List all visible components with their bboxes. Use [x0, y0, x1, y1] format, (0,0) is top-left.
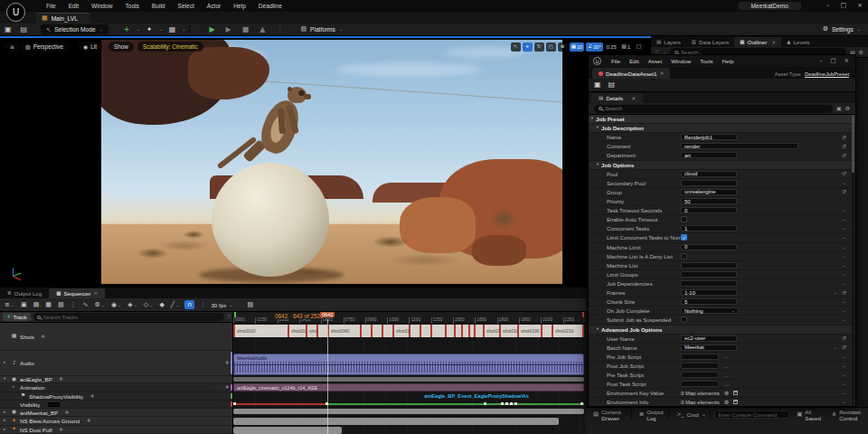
- add-section-icon[interactable]: +: [225, 360, 230, 366]
- delete-all-icon[interactable]: [733, 400, 738, 404]
- keyframe-dot[interactable]: [233, 402, 236, 405]
- chevron-down-icon[interactable]: ⌄: [843, 317, 846, 322]
- animation-clip[interactable]: aniEagle_cinematic_v124b_r14_ASE: [233, 383, 584, 392]
- show-dropdown[interactable]: Show: [108, 42, 134, 52]
- audio-clip[interactable]: MeerkatAudio: [233, 354, 584, 375]
- reset-to-default-icon[interactable]: ↺: [842, 171, 846, 176]
- details-settings-icon[interactable]: ⚙: [845, 106, 850, 111]
- view-options[interactable]: ◉⌄: [111, 302, 121, 308]
- scrollbar-thumb[interactable]: [852, 115, 854, 173]
- chevron-down-icon[interactable]: ⌄: [843, 391, 846, 395]
- console-command-input[interactable]: [714, 410, 789, 419]
- play-icon[interactable]: ▶: [204, 26, 219, 33]
- menu-actor[interactable]: Actor: [201, 3, 227, 9]
- menu-edit[interactable]: Edit: [625, 58, 644, 64]
- property-value-input[interactable]: [681, 381, 719, 387]
- reset-to-default-icon[interactable]: ↺: [842, 144, 846, 149]
- browse-asset-icon[interactable]: ▤: [609, 81, 616, 89]
- output-log-button[interactable]: ≣ Output Log: [636, 410, 669, 420]
- add-track-button[interactable]: + Track: [3, 313, 31, 321]
- binding-range-bar[interactable]: [233, 377, 584, 382]
- chevron-down-icon[interactable]: ⌄: [843, 208, 846, 212]
- camera-cut-lock-icon[interactable]: ▧: [247, 302, 253, 308]
- visibility-off-segment[interactable]: [233, 403, 327, 405]
- chevron-down-icon[interactable]: ⌄: [843, 263, 846, 268]
- menu-edit[interactable]: Edit: [62, 3, 85, 9]
- eject-icon[interactable]: ▲: [255, 26, 269, 33]
- menu-tools[interactable]: Tools: [695, 58, 717, 64]
- tab-levels[interactable]: ▲Levels: [781, 37, 815, 47]
- section-advanced-job-options[interactable]: ▾Advanced Job Options: [589, 326, 855, 335]
- more-icon[interactable]: ⋯: [219, 402, 223, 407]
- keyframe-dot[interactable]: [501, 402, 504, 405]
- maximize-icon[interactable]: □: [830, 58, 835, 64]
- keyframe-dot[interactable]: [514, 402, 517, 405]
- chevron-down-icon[interactable]: ⌄: [843, 363, 846, 368]
- add-section-icon[interactable]: +: [64, 410, 69, 416]
- chevron-down-icon[interactable]: ⌄: [843, 373, 846, 377]
- property-value-input[interactable]: 50: [681, 198, 737, 204]
- property-value-input[interactable]: 1: [681, 225, 737, 231]
- content-drawer-button[interactable]: ▤ Content Drawer: [590, 410, 632, 420]
- grid-snap-toggle[interactable]: ▦10: [570, 42, 585, 52]
- close-icon[interactable]: ×: [771, 40, 776, 45]
- property-value-input[interactable]: [681, 354, 719, 360]
- menu-help[interactable]: Help: [718, 58, 739, 64]
- tab-deadline-data-asset[interactable]: DeadlineDataAsset1 ×: [592, 68, 670, 79]
- property-value-input[interactable]: 0: [681, 244, 737, 250]
- viewport-options-menu[interactable]: ≡: [5, 42, 20, 52]
- shot-clip[interactable]: shot0170: [485, 325, 501, 337]
- property-value-input[interactable]: [681, 262, 737, 269]
- menu-file[interactable]: File: [607, 58, 625, 64]
- property-dropdown[interactable]: Nothing⌄: [681, 307, 739, 314]
- chevron-down-icon[interactable]: ⌄: [843, 254, 846, 259]
- property-checkbox[interactable]: ✓: [681, 234, 687, 241]
- playhead-line[interactable]: [327, 319, 328, 434]
- visibility-on-segment[interactable]: [327, 403, 584, 405]
- playhead-frame-badge[interactable]: 0642: [320, 312, 335, 317]
- property-value-input[interactable]: art: [681, 152, 737, 158]
- world-space-icon[interactable]: ⊕: [558, 42, 568, 52]
- chevron-down-icon[interactable]: ⌄: [843, 382, 846, 386]
- add-section-icon[interactable]: +: [59, 376, 63, 382]
- rotate-tool-icon[interactable]: ↻: [534, 42, 544, 52]
- menu-file[interactable]: File: [40, 3, 62, 9]
- keyframe-dot[interactable]: [505, 402, 508, 405]
- edit-options[interactable]: ╱⌄: [171, 302, 179, 308]
- chevron-down-icon[interactable]: ⌄: [843, 181, 846, 185]
- property-checkbox[interactable]: [681, 316, 687, 323]
- delete-all-icon[interactable]: [733, 391, 738, 395]
- move-tool-icon[interactable]: +: [523, 42, 533, 52]
- more-icon[interactable]: ⋮: [71, 302, 77, 308]
- menu-deadline[interactable]: Deadline: [252, 3, 288, 9]
- sequencer-timeline[interactable]: 0000015003000450060007500900105012001350…: [233, 312, 586, 434]
- scale-tool-icon[interactable]: ◰: [546, 42, 556, 52]
- viewport[interactable]: ≡ ▧ Perspective ◉ Lit Show Scalability: …: [0, 36, 651, 288]
- menu-window[interactable]: Window: [666, 58, 695, 64]
- shot-clip[interactable]: shot0030: [307, 325, 318, 337]
- cmd-dropdown[interactable]: >_ Cmd ⌄: [673, 410, 711, 420]
- menu-asset[interactable]: Asset: [644, 58, 666, 64]
- chevron-down-icon[interactable]: ⌄: [843, 226, 846, 231]
- track-anieagle-bp[interactable]: ▾◉aniEagle_BP+: [0, 376, 233, 383]
- all-saved-button[interactable]: ▣ All Saved: [793, 410, 825, 420]
- section-job-options[interactable]: ▾Job Options: [589, 161, 855, 170]
- reset-to-default-icon[interactable]: ↺: [842, 290, 846, 296]
- shot-clip[interactable]: shot0180: [501, 325, 519, 337]
- reset-to-default-icon[interactable]: ↺: [842, 153, 846, 158]
- curve-editor-icon[interactable]: ∿: [83, 302, 89, 308]
- shot-clip[interactable]: shot0020: [289, 325, 307, 337]
- close-icon[interactable]: ×: [93, 291, 98, 297]
- current-frame-display[interactable]: 0642: [273, 313, 289, 319]
- close-icon[interactable]: ×: [844, 58, 849, 64]
- expander-icon[interactable]: ▸: [4, 428, 8, 432]
- shot-clip[interactable]: shot0010: [233, 325, 289, 337]
- scale-snap-toggle[interactable]: 0.25: [605, 42, 618, 52]
- chevron-down-icon[interactable]: ⌄: [843, 400, 846, 404]
- tab-layers[interactable]: ▤Layers: [651, 37, 686, 47]
- playback-range-end[interactable]: [582, 312, 584, 317]
- details-scrollbar[interactable]: [852, 115, 854, 404]
- tab-data-layers[interactable]: ▥Data Layers: [686, 37, 735, 47]
- expander-icon[interactable]: ▸: [4, 361, 8, 365]
- reset-to-default-icon[interactable]: ↺: [842, 344, 846, 350]
